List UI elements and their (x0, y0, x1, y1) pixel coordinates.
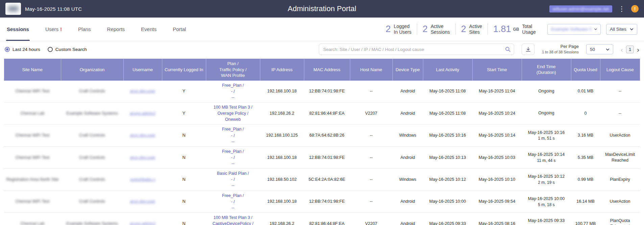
prev-page-button[interactable]: ‹ (621, 46, 623, 53)
tenant-selector-value: Example Software Systems (551, 27, 592, 32)
cell-ip-address: 192.168.26.2 (260, 103, 304, 124)
cell-organization: Example Software Systems (61, 103, 123, 124)
cell-device-type: Android (392, 81, 423, 103)
cell-logout-cause: UserAction (600, 191, 640, 213)
cell-ip-address: 192.168.100.18 (260, 146, 304, 168)
cell-currently-logged-in: N (162, 124, 206, 146)
search-input[interactable] (319, 44, 514, 55)
tab-portal[interactable]: Portal (173, 18, 186, 41)
session-row[interactable]: Chennai WiFi Test Craft Controls arun.de… (4, 81, 640, 103)
cell-ip-address: 192.168.100.125 (260, 124, 304, 146)
next-page-button[interactable]: › (637, 46, 639, 53)
per-page-label: Per Page (542, 44, 579, 50)
cell-end-time: May-16-2025 09:331 h, 16 m, 24 s (522, 213, 571, 225)
tab-reports[interactable]: Reports (107, 18, 125, 41)
cell-last-activity: May-16-2025 10:13 (423, 146, 472, 168)
radio-dot (5, 47, 10, 52)
cell-organization: Craft Controls (61, 124, 123, 146)
kebab-menu-icon[interactable]: ⋮ (618, 5, 626, 12)
cell-site-name: Registration Area North Site (4, 169, 61, 191)
sessions-table-body: Chennai WiFi Test Craft Controls arun.de… (4, 81, 640, 225)
search-icon[interactable] (505, 46, 511, 52)
column-header: Site Name (4, 59, 61, 81)
cell-mac-address: 12:BB:74:01:98:FE (304, 191, 350, 213)
cell-plan-policy-profile[interactable]: Free_Plan /- /-- (206, 146, 260, 168)
download-icon (525, 47, 531, 52)
cell-host-name: V2207 (350, 103, 392, 124)
tab-users[interactable]: Users! (45, 18, 62, 41)
session-row[interactable]: Registration Area North Site Craft Contr… (4, 169, 640, 191)
stat-total-usage-label: TotalUsage (522, 24, 536, 35)
session-row[interactable]: Chennai WiFi Test Craft Controls arun.de… (4, 191, 640, 213)
cell-end-time: Ongoing (522, 81, 571, 103)
session-row[interactable]: Chennai Lab Example Software Systems aru… (4, 103, 640, 124)
current-page: 1 (626, 46, 634, 53)
cell-username[interactable]: arun.dev.user (123, 124, 162, 146)
cell-device-type: Windows (392, 169, 423, 191)
cell-username[interactable]: arun.dev.user (123, 81, 162, 103)
cell-currently-logged-in: N (162, 146, 206, 168)
cell-end-time: May-16-2025 10:122 m, 19 s (522, 169, 571, 191)
stat-active-sites-value: 2 (461, 25, 466, 34)
cell-username[interactable]: arung.admin2 (123, 213, 162, 225)
cell-plan-policy-profile[interactable]: Free_Plan /- /-- (206, 81, 260, 103)
column-header: Username (123, 59, 162, 81)
pagination-range: 1 to 38 of 38 Sessions (542, 50, 579, 54)
cell-plan-policy-profile[interactable]: Free_Plan /- /-- (206, 124, 260, 146)
cell-site-name: Chennai WiFi Test (4, 191, 61, 213)
stats-summary: 2 LoggedIn Users 2 ActiveSessions 2 Acti… (380, 24, 541, 35)
cell-quota-used: 5.35 MB (571, 146, 600, 168)
tab-events[interactable]: Events (141, 18, 157, 41)
column-header: MAC Address (304, 59, 350, 81)
column-header: Currently Logged In (162, 59, 206, 81)
cell-mac-address: 68:7A:64:62:8B:26 (304, 124, 350, 146)
users-alert-badge: ! (60, 26, 62, 32)
cell-logout-cause: -- (600, 81, 640, 103)
cell-currently-logged-in: N (162, 169, 206, 191)
alert-icon[interactable]: ! (631, 5, 639, 12)
user-email[interactable]: wifiuser.admin@example.net (549, 5, 612, 12)
cell-last-activity: May-16-2025 09:33 (423, 213, 472, 225)
filter-bar: Last 24 hours Custom Search Per Page 1 t… (0, 41, 644, 57)
column-header: Logout Cause (600, 59, 640, 81)
cell-last-activity: May-16-2025 10:00 (423, 191, 472, 213)
cell-username[interactable]: sureshbabu.v (123, 169, 162, 191)
cell-mac-address: 5C:E4:2A:0A:82:6E (304, 169, 350, 191)
cell-username[interactable]: arun.dev.user (123, 146, 162, 168)
cell-last-activity: May-16-2025 11:08 (423, 103, 472, 124)
cell-logout-cause: PlanExpiry (600, 169, 640, 191)
cell-last-activity: May-16-2025 10:12 (423, 169, 472, 191)
session-row[interactable]: Chennai WiFi Test Craft Controls arun.de… (4, 124, 640, 146)
cell-ip-address: 192.168.26.2 (260, 213, 304, 225)
cell-plan-policy-profile[interactable]: Basic Paid Plan /- /-- (206, 169, 260, 191)
cell-currently-logged-in: Y (162, 103, 206, 124)
cell-username[interactable]: arun.dev.user (123, 191, 162, 213)
tab-plans[interactable]: Plans (78, 18, 91, 41)
cell-plan-policy-profile[interactable]: 100 MB Test Plan 3 /CaptiveDevicePolicy … (206, 213, 260, 225)
radio-custom-search[interactable]: Custom Search (48, 47, 87, 52)
cell-site-name: Chennai Lab (4, 213, 61, 225)
sites-selector[interactable]: All Sites (606, 24, 637, 35)
utc-timestamp: May-16-2025 11:08 UTC (25, 6, 82, 12)
tenant-selector[interactable]: Example Software Systems (547, 24, 601, 35)
cell-quota-used: 3.16 MB (571, 124, 600, 146)
cell-device-type: Windows (392, 124, 423, 146)
radio-last-24-hours[interactable]: Last 24 hours (5, 47, 40, 52)
cell-username[interactable]: arung.admin2 (123, 103, 162, 124)
cell-logout-cause: -- (600, 103, 640, 124)
cell-ip-address: 192.168.50.102 (260, 169, 304, 191)
download-button[interactable] (522, 44, 534, 55)
session-row[interactable]: Chennai Lab Example Software Systems aru… (4, 213, 640, 225)
cell-quota-used: 100.77 MB (571, 213, 600, 225)
cell-device-type: Android (392, 213, 423, 225)
main-tabs: Sessions Users! Plans Reports Events Por… (7, 18, 186, 41)
cell-site-name: Chennai Lab (4, 103, 61, 124)
cell-start-time: May-16-2025 10:14 (472, 124, 522, 146)
tab-portal-label: Portal (173, 26, 186, 32)
pagination: ‹ 1 › (621, 46, 639, 53)
session-row[interactable]: Chennai WiFi Test Craft Controls arun.de… (4, 146, 640, 168)
page-size-select[interactable]: 50 (586, 44, 613, 54)
tab-sessions[interactable]: Sessions (7, 18, 29, 41)
cell-plan-policy-profile[interactable]: Free_Plan /- /-- (206, 191, 260, 213)
cell-plan-policy-profile[interactable]: 100 MB Test Plan 3 /Overage Policy /Onew… (206, 103, 260, 124)
